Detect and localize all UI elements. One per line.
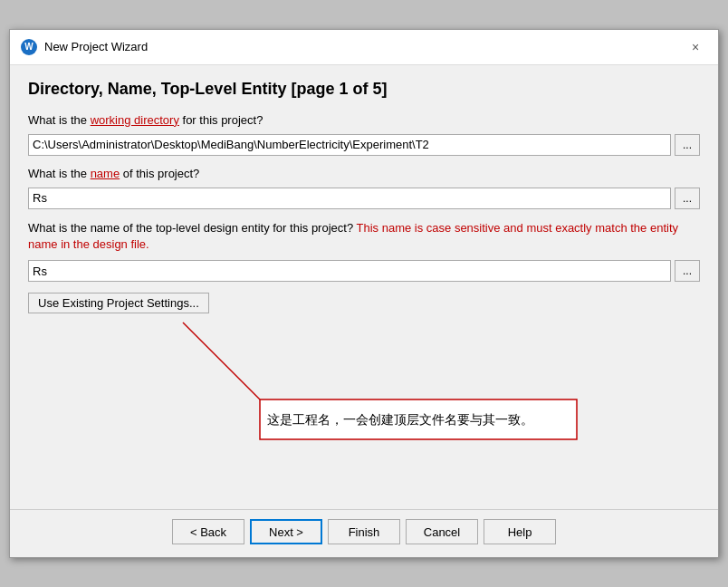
next-button[interactable]: Next > — [250, 519, 322, 544]
working-dir-label: What is the working directory for this p… — [28, 113, 700, 127]
use-existing-button[interactable]: Use Existing Project Settings... — [28, 293, 209, 313]
back-button[interactable]: < Back — [172, 519, 244, 544]
callout-text: 这是工程名，一会创建顶层文件名要与其一致。 — [267, 412, 533, 427]
cancel-button[interactable]: Cancel — [406, 519, 478, 544]
callout-area: 这是工程名，一会创建顶层文件名要与其一致。 — [28, 313, 700, 495]
project-name-highlight: name — [91, 167, 120, 180]
close-button[interactable]: × — [684, 37, 707, 57]
new-project-wizard-dialog: W New Project Wizard × Directory, Name, … — [9, 29, 719, 558]
title-bar: W New Project Wizard × — [10, 30, 718, 65]
svg-line-0 — [183, 322, 260, 399]
svg-rect-1 — [260, 399, 577, 439]
finish-button[interactable]: Finish — [328, 519, 400, 544]
top-level-browse-button[interactable]: ... — [675, 260, 700, 282]
working-dir-input[interactable] — [28, 134, 671, 156]
working-dir-highlight: working directory — [91, 113, 179, 127]
page-title: Directory, Name, Top-Level Entity [page … — [28, 80, 700, 99]
icon-letter: W — [24, 42, 33, 52]
content-area: Directory, Name, Top-Level Entity [page … — [10, 65, 718, 509]
help-button[interactable]: Help — [484, 519, 556, 544]
project-name-row: ... — [28, 188, 700, 209]
top-level-description: What is the name of the top-level design… — [28, 220, 700, 253]
project-name-input[interactable] — [28, 188, 671, 209]
working-dir-browse-button[interactable]: ... — [675, 134, 700, 156]
top-level-entity-input[interactable] — [28, 260, 671, 282]
callout-svg: 这是工程名，一会创建顶层文件名要与其一致。 — [28, 313, 700, 495]
project-name-label: What is the name of this project? — [28, 167, 700, 180]
footer: < Back Next > Finish Cancel Help — [10, 509, 718, 557]
top-level-entity-row: ... — [28, 260, 700, 282]
working-dir-row: ... — [28, 134, 700, 156]
top-level-warning: This name is case sensitive and must exa… — [28, 221, 678, 251]
wizard-icon: W — [21, 39, 37, 55]
title-bar-text: New Project Wizard — [44, 40, 676, 53]
project-name-browse-button[interactable]: ... — [675, 188, 700, 209]
